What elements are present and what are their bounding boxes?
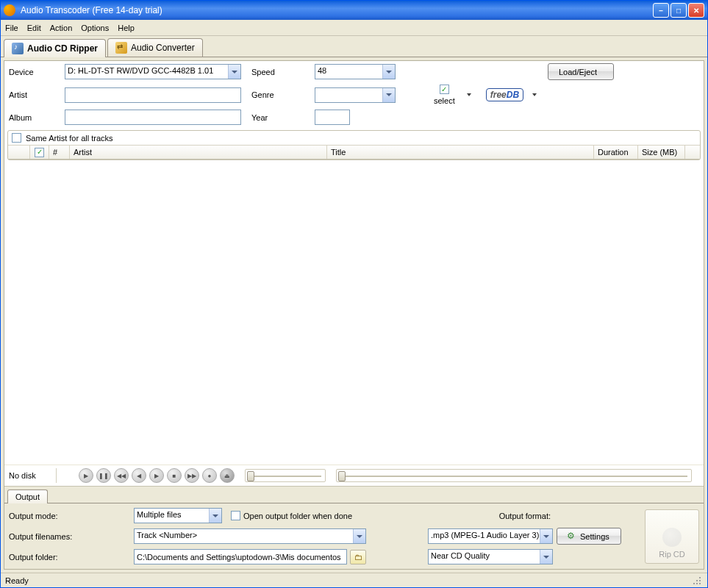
cd-icon xyxy=(12,43,24,54)
settings-button[interactable]: Settings xyxy=(557,528,621,545)
record-button[interactable]: ● xyxy=(202,468,217,483)
speed-value: 48 xyxy=(315,65,382,79)
freedb-db-text: DB xyxy=(507,90,519,100)
stop-button[interactable]: ■ xyxy=(167,468,182,483)
menu-help[interactable]: Help xyxy=(118,24,135,32)
output-mode-value: Multiple files xyxy=(135,509,209,523)
next-button[interactable]: ▶▶ xyxy=(185,468,199,483)
device-label: Device xyxy=(9,68,60,76)
output-filenames-value: Track <Number> xyxy=(135,529,353,543)
titlebar[interactable]: Audio Transcoder (Free 14-day trial) – □… xyxy=(1,1,707,20)
eject-button[interactable]: ⏏ xyxy=(220,468,235,483)
output-filenames-dropdown-icon[interactable] xyxy=(353,529,365,543)
column-title[interactable]: Title xyxy=(327,146,594,159)
genre-combo[interactable] xyxy=(315,87,396,103)
tracks-grid-body xyxy=(4,163,704,465)
select-all-checkbox[interactable] xyxy=(35,148,44,157)
output-quality-value: Near CD Quality xyxy=(429,550,540,564)
artist-input[interactable] xyxy=(65,87,241,103)
speed-combo[interactable]: 48 xyxy=(315,64,396,79)
album-label: Album xyxy=(9,113,60,122)
tab-output-label: Output xyxy=(15,492,40,501)
main-tabbar: Audio CD Ripper Audio Converter xyxy=(1,36,707,57)
year-input[interactable] xyxy=(315,110,350,125)
select-checkbox[interactable] xyxy=(440,85,449,94)
output-format-value: .mp3 (MPEG-1 Audio Layer 3) xyxy=(429,529,540,543)
converter-icon xyxy=(115,42,127,54)
column-duration[interactable]: Duration xyxy=(594,146,638,159)
output-mode-label: Output mode: xyxy=(9,512,134,520)
select-label: select xyxy=(434,96,455,105)
output-quality-dropdown-icon[interactable] xyxy=(540,550,552,564)
output-folder-input[interactable] xyxy=(134,549,347,564)
rewind-button[interactable]: ◀ xyxy=(132,468,146,483)
tab-cd-ripper[interactable]: Audio CD Ripper xyxy=(4,39,106,57)
column-num[interactable]: # xyxy=(49,146,70,159)
year-label: Year xyxy=(251,113,310,122)
speed-dropdown-icon[interactable] xyxy=(382,65,395,79)
output-mode-combo[interactable]: Multiple files xyxy=(134,508,222,523)
volume-slider[interactable] xyxy=(245,469,326,482)
output-quality-combo[interactable]: Near CD Quality xyxy=(428,549,553,564)
menu-options[interactable]: Options xyxy=(81,24,109,32)
status-text: Ready xyxy=(5,576,29,585)
freedb-dropdown-icon[interactable] xyxy=(531,91,538,98)
output-mode-dropdown-icon[interactable] xyxy=(209,509,221,523)
statusbar: Ready xyxy=(1,573,707,587)
tab-cd-ripper-label: Audio CD Ripper xyxy=(27,43,98,54)
genre-value xyxy=(315,88,382,102)
rip-cd-icon xyxy=(662,528,682,547)
tracks-subpanel: Same Artist for all tracks # Artist Titl… xyxy=(7,130,701,160)
album-input[interactable] xyxy=(65,110,241,125)
output-format-combo[interactable]: .mp3 (MPEG-1 Audio Layer 3) xyxy=(428,528,553,544)
load-eject-button[interactable]: Load/Eject xyxy=(548,63,614,80)
output-filenames-combo[interactable]: Track <Number> xyxy=(134,528,366,544)
forward-button[interactable]: ▶ xyxy=(149,468,164,483)
output-folder-label: Output folder: xyxy=(9,553,134,562)
speed-label: Speed xyxy=(251,68,310,76)
output-filenames-label: Output filenames: xyxy=(9,532,134,541)
tracks-grid-header: # Artist Title Duration Size (MB) xyxy=(8,145,700,159)
tab-converter-label: Audio Converter xyxy=(131,43,195,53)
menubar: File Edit Action Options Help xyxy=(1,20,707,36)
open-folder-label: Open output folder when done xyxy=(243,512,352,520)
rip-cd-button[interactable]: Rip CD xyxy=(645,509,699,564)
gear-icon xyxy=(568,532,576,541)
app-icon xyxy=(4,4,15,16)
tab-output[interactable]: Output xyxy=(7,490,48,503)
device-value: D: HL-DT-ST RW/DVD GCC-4482B 1.01 xyxy=(65,65,228,79)
load-eject-label: Load/Eject xyxy=(559,68,597,76)
disk-status: No disk xyxy=(9,471,49,480)
column-artist[interactable]: Artist xyxy=(70,146,327,159)
genre-dropdown-icon[interactable] xyxy=(382,88,395,102)
maximize-button[interactable]: □ xyxy=(671,3,687,18)
pause-button[interactable]: ❚❚ xyxy=(96,468,111,483)
seek-slider[interactable] xyxy=(336,469,692,482)
menu-action[interactable]: Action xyxy=(50,24,73,32)
select-dropdown-icon[interactable] xyxy=(465,91,473,98)
device-dropdown-icon[interactable] xyxy=(228,65,240,79)
same-artist-label: Same Artist for all tracks xyxy=(26,134,113,143)
menu-file[interactable]: File xyxy=(5,24,18,32)
close-button[interactable]: ✕ xyxy=(688,3,704,18)
resize-grip-icon[interactable] xyxy=(691,575,703,587)
browse-folder-button[interactable] xyxy=(350,550,366,564)
same-artist-checkbox[interactable] xyxy=(12,133,21,143)
ripper-panel: Device D: HL-DT-ST RW/DVD GCC-4482B 1.01… xyxy=(4,60,704,570)
output-section: Output Output mode: Multiple files Open … xyxy=(4,486,704,569)
app-window: Audio Transcoder (Free 14-day trial) – □… xyxy=(0,0,708,588)
freedb-button[interactable]: freeDB xyxy=(486,88,523,101)
tab-audio-converter[interactable]: Audio Converter xyxy=(107,38,203,57)
device-combo[interactable]: D: HL-DT-ST RW/DVD GCC-4482B 1.01 xyxy=(65,64,241,79)
prev-button[interactable]: ◀◀ xyxy=(114,468,129,483)
rip-cd-label: Rip CD xyxy=(659,550,684,559)
play-button[interactable]: ▶ xyxy=(79,468,93,483)
artist-label: Artist xyxy=(9,90,60,99)
menu-edit[interactable]: Edit xyxy=(27,24,41,32)
open-folder-checkbox[interactable] xyxy=(231,511,240,520)
minimize-button[interactable]: – xyxy=(653,3,669,18)
output-format-dropdown-icon[interactable] xyxy=(540,529,552,543)
column-size[interactable]: Size (MB) xyxy=(638,146,685,159)
window-title: Audio Transcoder (Free 14-day trial) xyxy=(19,5,653,15)
player-bar: No disk ▶ ❚❚ ◀◀ ◀ ▶ ■ ▶▶ ● ⏏ xyxy=(4,465,704,486)
